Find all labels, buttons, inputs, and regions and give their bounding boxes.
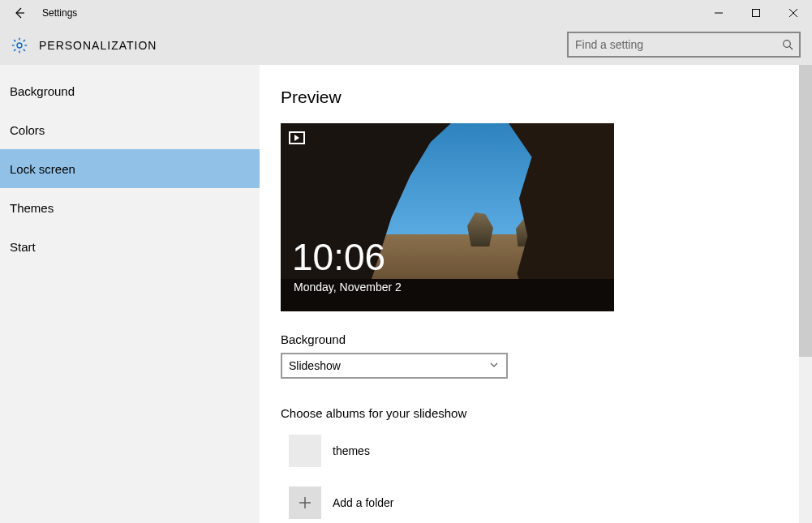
search-icon [776,39,799,50]
arrow-left-icon [12,6,27,20]
svg-point-5 [17,43,22,48]
close-icon [788,8,798,18]
background-label: Background [281,332,812,346]
search-input[interactable] [569,33,776,56]
maximize-button[interactable] [737,0,775,26]
header: PERSONALIZATION [0,26,812,65]
svg-rect-2 [753,10,760,17]
back-button[interactable] [0,0,39,26]
album-name: themes [333,444,370,457]
minimize-icon [714,8,724,18]
add-folder-label: Add a folder [333,496,394,509]
sidebar-item-label: Lock screen [10,162,75,176]
svg-line-10 [14,40,15,41]
sidebar-item-background[interactable]: Background [0,71,260,110]
svg-point-14 [784,41,791,48]
body: Background Colors Lock screen Themes Sta… [0,65,812,523]
settings-gear[interactable] [0,36,39,54]
plus-icon [289,487,321,519]
close-button[interactable] [775,0,812,26]
sidebar-item-lock-screen[interactable]: Lock screen [0,149,260,188]
album-item[interactable]: themes [281,435,812,467]
window-controls [700,0,812,26]
content: Preview 10:06 Monday, November 2 Backgro… [260,65,812,523]
preview-date: Monday, November 2 [294,281,402,294]
sidebar-item-label: Background [10,84,75,98]
slideshow-icon [289,131,305,144]
add-folder-button[interactable]: Add a folder [281,487,812,519]
sidebar-item-themes[interactable]: Themes [0,188,260,227]
titlebar: Settings [0,0,812,26]
minimize-button[interactable] [700,0,737,26]
sidebar-item-label: Colors [10,123,45,137]
maximize-icon [751,8,761,18]
sidebar-item-colors[interactable]: Colors [0,110,260,149]
sidebar-item-label: Start [10,240,36,254]
section-heading-preview: Preview [281,88,812,107]
scrollbar-thumb[interactable] [799,65,812,357]
window-title: Settings [42,7,77,19]
preview-time: 10:06 [292,238,385,276]
search-box[interactable] [567,32,801,58]
sidebar: Background Colors Lock screen Themes Sta… [0,65,260,523]
svg-line-11 [24,49,25,51]
svg-line-13 [14,49,15,51]
svg-line-12 [24,40,25,41]
chevron-down-icon [488,359,500,374]
background-dropdown[interactable]: Slideshow [281,353,508,379]
sidebar-item-label: Themes [10,201,54,215]
album-thumbnail [289,435,321,467]
svg-line-15 [789,46,793,49]
albums-section-label: Choose albums for your slideshow [281,406,812,420]
lock-screen-preview: 10:06 Monday, November 2 [281,123,614,311]
page-title: PERSONALIZATION [39,39,157,52]
background-dropdown-value: Slideshow [289,359,341,372]
gear-icon [11,36,28,54]
sidebar-item-start[interactable]: Start [0,227,260,266]
